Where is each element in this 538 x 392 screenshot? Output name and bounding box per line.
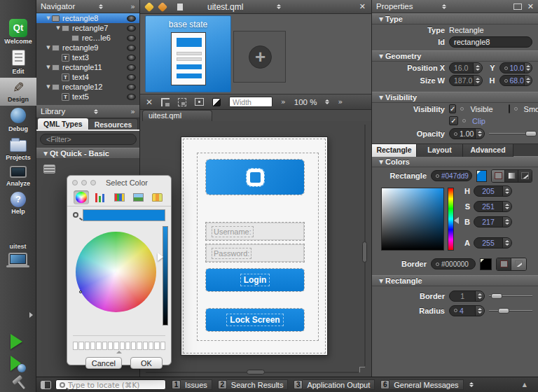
saturation-square[interactable] [381,188,444,251]
no-snapping-icon[interactable]: ✕ [146,97,153,107]
current-color-bar[interactable] [83,209,165,221]
selected-rectangle-item[interactable] [206,160,304,195]
crayons-tool[interactable] [149,190,165,204]
canvas-width-input[interactable] [229,97,273,107]
panel-split-icon[interactable] [325,97,329,106]
mode-debug[interactable]: Debug [0,106,36,135]
stepper-icon[interactable] [502,238,511,248]
pane-issues[interactable]: 1 Issues [172,379,212,390]
size-h-spinbox[interactable]: 68.0 [499,75,533,86]
snap-parent-icon[interactable] [161,98,170,106]
section-colors[interactable]: ▼Colors [372,156,538,167]
design-canvas[interactable]: Username: Password: Login Lock Screen [140,121,371,377]
alpha-spinbox[interactable]: 255 [474,237,512,248]
gradient-fill-button[interactable] [505,170,518,182]
mode-help[interactable]: ? Help [0,190,36,218]
close-traffic-icon[interactable] [72,180,78,186]
color-palettes-tool[interactable] [111,190,127,204]
kit-selector[interactable]: uitest [0,243,36,267]
tree-item-rectangle11[interactable]: ▼ rectangle11 [36,62,139,72]
dialog-titlebar[interactable]: Select Color [67,176,171,189]
panel-split-icon[interactable] [99,2,103,11]
stepper-icon[interactable] [475,306,484,316]
forward-icon[interactable] [158,1,167,11]
hue-bar[interactable] [448,188,454,251]
tree-item-rectangle12[interactable]: ▼ rectangle12 [36,82,139,92]
kit-expand-icon[interactable] [29,312,33,318]
expand-arrow-icon[interactable]: ▼ [45,45,52,50]
password-field-item[interactable]: Password: [206,244,304,262]
transparent-fill-button[interactable] [518,170,532,182]
border-width-spinbox[interactable]: 1 [449,290,485,302]
border-width-slider[interactable] [489,293,532,300]
library-filter-input[interactable] [40,134,137,145]
stepper-icon[interactable] [524,76,532,85]
stepper-icon[interactable] [502,202,511,211]
username-field-item[interactable]: Username: [206,223,304,240]
slider-handle[interactable] [498,308,509,314]
image-palettes-tool[interactable] [130,190,146,204]
mode-edit[interactable]: Edit [0,48,36,78]
tree-item-text3[interactable]: T text3 [36,52,139,62]
tree-item-rectangle9[interactable]: ▼ rectangle9 [36,43,139,52]
radius-spinbox[interactable]: 4 [449,305,485,316]
solid-border-button[interactable] [497,258,511,270]
tab-qml-types[interactable]: QML Types [38,118,88,130]
panel-split-icon[interactable] [277,2,281,11]
root-item[interactable]: Username: Password: Login Lock Screen [181,136,328,356]
smooth-checkbox[interactable] [509,104,510,113]
locator-input[interactable] [68,381,162,389]
section-geometry[interactable]: ▼Geometry [372,50,538,62]
tree-item-rectangle6[interactable]: rec…le6 [36,33,139,43]
eye-icon[interactable] [127,94,136,100]
vertical-scrollbar-handle[interactable] [362,241,367,262]
panel-split-icon[interactable] [442,2,446,11]
opacity-spinbox[interactable]: 1.00 [449,128,485,139]
opacity-slider[interactable] [489,130,532,137]
add-state-icon[interactable]: + [249,46,272,69]
section-type[interactable]: ▼Type [372,13,538,24]
tab-layout[interactable]: Layout [417,144,463,157]
tree-item-rectangle7[interactable]: ▼ rectangle7 [36,23,139,33]
tab-resources[interactable]: Resources [88,118,139,130]
expand-arrow-icon[interactable]: ▼ [45,15,52,21]
mode-projects[interactable]: Projects [0,135,36,164]
tab-rectangle[interactable]: Rectangle [372,144,417,157]
position-x-spinbox[interactable]: 16.0 [449,62,483,74]
tab-advanced[interactable]: Advanced [463,144,513,157]
brightness-slider[interactable] [163,226,168,326]
pane-split-icon[interactable] [469,380,474,389]
expand-arrow-icon[interactable]: ▼ [45,64,52,70]
tree-item-text5[interactable]: T text5 [36,92,139,102]
id-field[interactable]: rectangle8 [449,36,532,48]
toggle-sidebar-icon[interactable] [41,381,51,389]
slider-handle[interactable] [525,131,537,136]
snap-items-icon[interactable] [178,98,186,106]
stepper-icon[interactable] [473,63,482,73]
border-color-hex[interactable]: #000000 [431,258,476,270]
color-sliders-tool[interactable] [92,190,108,204]
clip-checkbox[interactable]: ✓ [449,116,458,125]
magnifier-icon[interactable] [73,212,78,218]
run-button[interactable] [11,334,22,351]
zoom-traffic-icon[interactable] [90,180,96,186]
stepper-icon[interactable] [502,217,511,227]
pane-application-output[interactable]: 3 Application Output [294,379,375,390]
slider-handle[interactable] [491,293,502,299]
radius-slider[interactable] [489,307,532,314]
saturation-spinbox[interactable]: 251 [474,201,512,212]
visible-checkbox[interactable]: ✓ [449,104,456,113]
pane-general-messages[interactable]: 6 General Messages [380,379,463,390]
solid-fill-button[interactable] [492,170,505,182]
eye-icon[interactable] [127,35,136,41]
panel-overflow-icon[interactable]: » [130,107,135,116]
run-debug-button[interactable] [11,356,21,372]
hue-handle-icon[interactable] [454,217,459,224]
wheel-selection-dot[interactable] [79,290,82,293]
expand-up-icon[interactable]: ▲ [523,382,527,388]
horizontal-scrollbar-handle[interactable] [247,370,265,374]
file-tab[interactable]: uitest.qml [142,110,212,121]
color-wheel-tool[interactable] [74,190,89,204]
back-icon[interactable] [144,1,154,11]
stepper-icon[interactable] [524,63,532,73]
